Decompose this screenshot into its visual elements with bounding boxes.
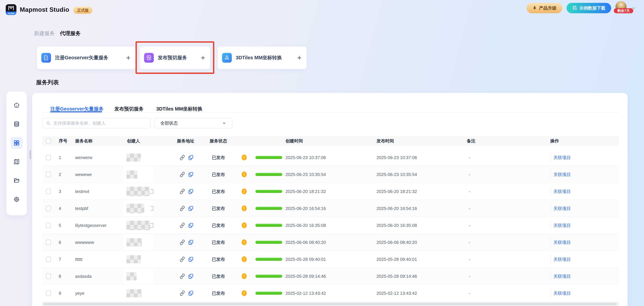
health-progress-bar [256,190,282,193]
copy-icon[interactable] [188,155,194,161]
copy-icon[interactable] [188,189,194,195]
warning-icon[interactable]: ! [242,290,247,296]
warning-icon[interactable]: ! [242,189,247,194]
remark-value: - [469,223,470,228]
link-icon[interactable] [179,171,186,178]
creator-mosaic [126,204,144,213]
sample-data-download-button[interactable]: 示例数据下载 [566,3,611,13]
row-checkbox[interactable] [46,257,51,262]
link-icon[interactable] [179,188,186,195]
copy-icon[interactable] [188,239,194,245]
row-index: 9 [59,290,61,296]
org-badge-icon [150,223,153,228]
gear-icon [14,196,20,203]
search-box[interactable] [42,118,150,128]
page-nav: 新建服务 代理服务 [34,30,81,37]
tab-publish-pretile[interactable]: 发布预切服务 [114,106,144,112]
link-project-action[interactable]: 关联项目 [554,205,571,211]
row-checkbox[interactable] [46,274,51,279]
service-address-actions [179,205,194,212]
copy-icon[interactable] [188,290,194,296]
warning-icon[interactable]: ! [242,273,247,279]
link-icon[interactable] [179,256,186,262]
link-icon[interactable] [179,273,186,279]
app-logo-icon: Studio [6,4,16,15]
link-icon[interactable] [179,205,186,212]
copy-icon[interactable] [188,256,194,262]
sidebar-item-settings[interactable] [10,193,23,205]
add-icon[interactable]: + [292,54,302,61]
row-checkbox[interactable] [46,189,51,194]
service-name: werwerw [75,155,92,160]
add-icon[interactable]: + [121,54,130,61]
status-select[interactable]: 全部状态 [154,118,232,128]
copy-icon[interactable] [188,222,194,228]
link-project-action[interactable]: 关联项目 [554,273,571,279]
card-3dtiles-transform[interactable]: 3DTiles MM坐标转换 + [218,47,306,69]
status-cell: 已发布 ! [212,172,282,177]
warning-icon[interactable]: ! [242,223,247,228]
document-service-icon [41,53,51,63]
warning-icon[interactable]: ! [242,239,247,245]
row-checkbox[interactable] [46,172,51,177]
creator-redacted [124,251,153,267]
nav-new-service[interactable]: 新建服务 [34,30,55,37]
link-project-action[interactable]: 关联项目 [554,155,571,161]
created-time: 2025-06-23 10:37:06 [286,155,326,160]
created-time: 2025-02-12 13:43:42 [286,290,326,296]
health-progress-bar [256,173,282,176]
link-icon[interactable] [179,222,186,229]
product-upgrade-button[interactable]: 产品升级 [526,3,562,13]
sidebar-item-services[interactable] [10,137,23,149]
creator-mosaic [126,238,142,246]
card-register-geoserver[interactable]: 注册Geoserver矢量服务 + [37,47,136,69]
row-index: 2 [59,172,61,177]
status-cell: 已发布 ! [212,189,282,194]
tab-3dtiles-transform[interactable]: 3DTiles MM坐标转换 [156,106,202,112]
service-name: wewewe [75,172,92,177]
link-icon[interactable] [179,290,186,296]
link-project-action[interactable]: 关联项目 [554,290,571,296]
status-badge: 已发布 [212,222,225,228]
remark-value: - [469,257,470,262]
warning-icon[interactable]: ! [242,206,247,211]
remark-value: - [469,240,470,245]
warning-icon[interactable]: ! [242,155,247,161]
link-project-action[interactable]: 关联项目 [554,256,571,262]
select-all-checkbox[interactable] [46,138,51,143]
row-checkbox[interactable] [46,223,51,228]
warning-icon[interactable]: ! [242,256,247,262]
action-divider [550,170,551,179]
row-checkbox[interactable] [46,290,51,296]
horizontal-scrollbar-thumb[interactable] [43,303,617,305]
link-project-action[interactable]: 关联项目 [554,222,571,228]
warning-icon[interactable]: ! [242,172,247,177]
table-row: 8 asdasda 已发布 ! 2025- [42,268,619,285]
sidebar-item-maps[interactable] [10,156,23,168]
user-menu[interactable]: 剩余7天 [616,2,627,14]
copy-icon[interactable] [188,205,194,211]
link-project-action[interactable]: 关联项目 [554,172,571,177]
service-name: testpbf [75,206,88,211]
row-checkbox[interactable] [46,240,51,245]
copy-icon[interactable] [188,273,194,279]
row-index: 1 [59,155,61,160]
service-name: lilytestgeoserver [75,223,107,228]
link-project-action[interactable]: 关联项目 [554,239,571,245]
brand-title: Mapmost Studio [20,6,69,13]
search-icon [46,121,51,125]
sidebar-item-data[interactable] [10,118,23,130]
link-icon[interactable] [179,154,186,161]
sidebar-item-projects[interactable] [10,175,23,187]
search-input[interactable] [53,120,147,126]
horizontal-scrollbar-track[interactable] [42,302,619,306]
sidebar-item-home[interactable] [10,99,23,111]
table-row: 1 werwerw 已发布 ! 2025- [42,149,619,166]
sidebar-scrollbar-thumb[interactable] [30,150,31,159]
link-icon[interactable] [179,239,186,246]
row-checkbox[interactable] [46,206,51,211]
link-project-action[interactable]: 关联项目 [554,189,571,194]
copy-icon[interactable] [188,172,194,178]
nav-proxy-service[interactable]: 代理服务 [60,30,81,37]
row-checkbox[interactable] [46,155,51,160]
